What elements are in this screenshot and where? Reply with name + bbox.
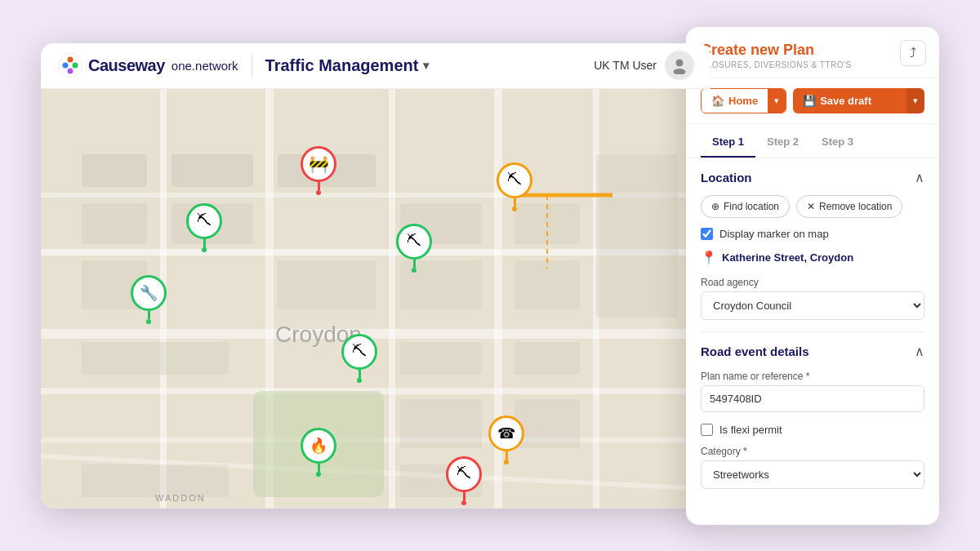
find-location-button[interactable]: ⊕ Find location xyxy=(701,195,790,218)
pin-orange-phone[interactable]: ☎ xyxy=(488,415,524,464)
save-label: Save draft xyxy=(820,95,871,107)
causeway-logo-icon xyxy=(57,52,83,78)
display-marker-checkbox[interactable] xyxy=(701,228,713,240)
display-marker-label: Display marker on map xyxy=(719,228,829,240)
logo-area: Causeway one.network xyxy=(57,52,238,78)
nav-title-text: Traffic Management xyxy=(265,56,419,75)
find-location-icon: ⊕ xyxy=(711,201,719,212)
svg-rect-35 xyxy=(514,399,580,448)
save-icon: 💾 xyxy=(803,95,816,107)
pin-green-fire[interactable]: 🔥 xyxy=(301,428,336,477)
svg-point-5 xyxy=(676,60,684,67)
road-agency-label: Road agency xyxy=(701,277,924,288)
plan-name-label: Plan name or reference * xyxy=(701,371,924,382)
avatar[interactable] xyxy=(665,51,694,80)
find-location-label: Find location xyxy=(724,201,779,212)
road-event-collapse-icon[interactable]: ∧ xyxy=(915,344,924,359)
panel-steps: Step 1 Step 2 Step 3 xyxy=(686,127,939,158)
category-field: Category * Streetworks Works Event xyxy=(701,446,924,489)
tab-step-2[interactable]: Step 2 xyxy=(755,127,810,158)
pin-red-worker-bottom[interactable]: ⛏ xyxy=(446,456,482,505)
svg-rect-33 xyxy=(514,342,580,375)
home-button-group: 🏠 Home ▾ xyxy=(701,88,786,113)
location-address-row: 📍 Katherine Street, Croydon xyxy=(701,250,924,265)
panel-actions: 🏠 Home ▾ 💾 Save draft ▾ xyxy=(686,78,939,124)
flexi-permit-label: Is flexi permit xyxy=(719,424,782,436)
svg-rect-27 xyxy=(278,260,376,309)
map-area: Croydon WADDON 🚧 ⛏ ⛏ xyxy=(41,89,710,509)
pin-green-worker-3[interactable]: ⛏ xyxy=(341,334,377,383)
nav-title[interactable]: Traffic Management ▾ xyxy=(265,56,430,75)
pin-green-worker-2[interactable]: ⛏ xyxy=(396,224,432,273)
nav-divider xyxy=(252,54,252,77)
remove-location-label: Remove location xyxy=(819,201,892,212)
svg-rect-34 xyxy=(400,399,482,448)
svg-rect-19 xyxy=(82,154,147,187)
save-dropdown-button[interactable]: ▾ xyxy=(906,88,924,113)
pin-green-worker-1[interactable]: ⛏ xyxy=(186,203,222,252)
tab-step-1[interactable]: Step 1 xyxy=(701,127,755,158)
svg-rect-36 xyxy=(82,464,229,497)
location-buttons: ⊕ Find location ✕ Remove location xyxy=(701,195,924,218)
svg-text:WADDON: WADDON xyxy=(155,493,206,503)
svg-point-2 xyxy=(73,63,78,69)
svg-rect-31 xyxy=(82,342,229,375)
panel-subtitle: CLOSURES, DIVERSIONS & TTRO'S xyxy=(701,60,924,69)
flexi-permit-checkbox[interactable] xyxy=(701,424,713,436)
plan-name-field: Plan name or reference * xyxy=(701,371,924,412)
pin-orange-worker[interactable]: ⛏ xyxy=(497,162,532,211)
pin-red-worker-top[interactable]: 🚧 xyxy=(301,146,336,195)
remove-location-button[interactable]: ✕ Remove location xyxy=(796,195,902,218)
display-marker-row: Display marker on map xyxy=(701,228,924,240)
remove-location-icon: ✕ xyxy=(807,201,815,212)
category-label: Category * xyxy=(701,446,924,457)
svg-point-4 xyxy=(68,69,74,74)
location-collapse-icon[interactable]: ∧ xyxy=(915,170,924,185)
location-pin-icon: 📍 xyxy=(701,250,717,265)
app-wrapper: Causeway one.network Traffic Management … xyxy=(41,27,939,525)
svg-point-1 xyxy=(68,57,74,63)
tab-step-3[interactable]: Step 3 xyxy=(810,127,865,158)
panel-card: Create new Plan CLOSURES, DIVERSIONS & T… xyxy=(686,27,939,525)
road-agency-select[interactable]: Croydon Council TfL National Highways xyxy=(701,291,924,320)
section-divider xyxy=(701,331,924,332)
user-name-label: UK TM User xyxy=(594,59,657,72)
road-agency-field: Road agency Croydon Council TfL National… xyxy=(701,277,924,320)
category-select[interactable]: Streetworks Works Event xyxy=(701,460,924,489)
map-card: Causeway one.network Traffic Management … xyxy=(41,43,710,509)
svg-rect-30 xyxy=(596,154,678,318)
navbar: Causeway one.network Traffic Management … xyxy=(41,43,710,89)
svg-rect-20 xyxy=(172,154,253,187)
logo-causeway: Causeway xyxy=(88,56,165,75)
nav-chevron-icon: ▾ xyxy=(423,59,429,72)
location-section-title: Location xyxy=(701,171,752,184)
home-button[interactable]: 🏠 Home xyxy=(702,89,768,113)
pin-green-tap[interactable]: 🔧 xyxy=(131,275,167,324)
user-area: UK TM User xyxy=(594,51,694,80)
road-event-title: Road event details xyxy=(701,344,809,358)
svg-rect-32 xyxy=(400,342,482,375)
road-event-section-header: Road event details ∧ xyxy=(701,344,924,359)
home-dropdown-button[interactable]: ▾ xyxy=(768,89,786,113)
save-button-group: 💾 Save draft ▾ xyxy=(793,88,924,113)
flexi-permit-row: Is flexi permit xyxy=(701,424,924,436)
svg-point-6 xyxy=(674,69,686,74)
home-icon: 🏠 xyxy=(711,95,724,107)
panel-title: Create new Plan xyxy=(701,42,924,59)
svg-rect-22 xyxy=(82,203,147,244)
plan-name-input[interactable] xyxy=(701,385,924,412)
share-button[interactable]: ⤴ xyxy=(900,40,926,66)
svg-point-3 xyxy=(63,63,69,69)
logo-onenetwork: one.network xyxy=(172,59,238,73)
panel-body: Location ∧ ⊕ Find location ✕ Remove loca… xyxy=(686,158,939,512)
panel-header: Create new Plan CLOSURES, DIVERSIONS & T… xyxy=(686,27,939,78)
home-label: Home xyxy=(728,95,758,107)
save-draft-button[interactable]: 💾 Save draft xyxy=(793,88,906,113)
location-section-header: Location ∧ xyxy=(701,170,924,185)
location-address-text: Katherine Street, Croydon xyxy=(722,251,853,264)
